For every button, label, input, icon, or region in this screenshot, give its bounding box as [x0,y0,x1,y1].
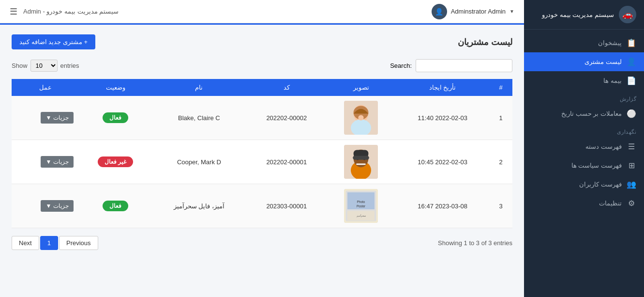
pagination-row: Next 1 Previous Showing 1 to 3 of 3 entr… [12,236,512,250]
cell-code: 202202-00002 [247,96,327,140]
cell-avatar: Photo Poster سحرآمیز [327,184,396,228]
svg-text:Photo: Photo [357,200,365,203]
sidebar-item-label: بیمه ها [603,77,622,84]
cell-num: 3 [489,184,512,228]
cell-name: آمیز، فایل سحرآمیز [151,184,247,228]
sidebar-item-label: معاملات بر حسب تاریخ [561,110,622,117]
section-label-maintenance: نگهداری [524,123,644,137]
cell-name: Blake, Claire C [151,96,247,140]
cell-date: 2022-02-03 11:40 [396,96,489,140]
cell-action[interactable]: جزیات ▼ [12,184,79,228]
sidebar-item-policy-list[interactable]: ⊞ فهرست سیاست ها [524,156,644,175]
avatar [344,101,378,135]
cell-code: 202202-00001 [247,140,327,184]
sidebar-item-label: فهرست کاربران [579,181,622,188]
svg-rect-10 [357,164,366,165]
cell-date: 2023-03-08 16:47 [396,184,489,228]
sidebar-item-label: تنظیمات [599,200,622,207]
cell-name: Cooper, Mark D [151,140,247,184]
sidebar-header: 🚗 سیستم مدیریت بیمه خودرو [524,0,644,30]
sidebar-item-transactions[interactable]: ⚪ معاملات بر حسب تاریخ [524,104,644,123]
user-menu[interactable]: 👤 Adminstrator Admin ▼ [432,4,514,19]
details-button[interactable]: جزیات ▼ [41,112,74,124]
hamburger-icon[interactable]: ☰ [10,6,17,17]
sidebar-item-user-list[interactable]: 👥 فهرست کاربران [524,175,644,194]
col-header-code: کد [247,79,327,96]
dropdown-icon: ▼ [45,203,51,209]
sidebar-item-insurance[interactable]: 📄 بیمه ها [524,71,644,90]
customers-table: # تأریخ ایجاد تصویر کد نام وضعیت عمل 1 2… [12,79,512,228]
settings-icon: ⚙ [627,199,636,208]
sidebar-nav: 📋 پیشخوان 👤 لیست مشتری 📄 بیمه ها گزارش ⚪… [524,30,644,297]
svg-rect-12 [353,156,370,159]
cell-avatar [327,140,396,184]
search-label: Search: [390,62,412,69]
add-customer-button[interactable]: + مشتری جدید اضافه کنید [12,34,95,49]
sidebar-title: سیستم مدیریت بیمه خودرو [542,11,614,18]
search-box: Search: [390,59,512,72]
sidebar-item-label: پیشخوان [598,39,622,47]
table-row: 3 2023-03-08 16:47 Photo Poster سحرآمیز … [12,184,512,228]
showing-info: Showing 1 to 3 of 3 entries [438,239,512,247]
page-1-button[interactable]: 1 [40,236,58,250]
sidebar-item-label: لیست مشتری [584,58,622,65]
sidebar-item-category-list[interactable]: ☰ فهرست دسته [524,137,644,156]
details-button[interactable]: جزیات ▼ [41,156,74,168]
details-button[interactable]: جزیات ▼ [41,200,74,212]
col-header-action: عمل [12,79,79,96]
section-label-report: گزارش [524,90,644,104]
sidebar-item-settings[interactable]: ⚙ تنظیمات [524,194,644,213]
cell-num: 2 [489,140,512,184]
entries-label: entries [60,62,79,69]
main-content: ☰ Admin - سیستم مدیریت بیمه خودرو 👤 Admi… [0,0,524,297]
policy-list-icon: ⊞ [627,161,636,170]
user-list-icon: 👥 [627,180,636,189]
page-body: لیست مشتریان + مشتری جدید اضافه کنید Sho… [0,25,524,297]
cell-status: فعال [79,96,151,140]
sidebar: 🚗 سیستم مدیریت بیمه خودرو 📋 پیشخوان 👤 لی… [524,0,644,297]
table-header-row: # تأریخ ایجاد تصویر کد نام وضعیت عمل [12,79,512,96]
col-header-num: # [489,79,512,96]
page-title: لیست مشتریان [458,37,512,47]
cell-code: 202303-00001 [247,184,327,228]
customers-icon: 👤 [627,57,636,66]
entries-select[interactable]: 10 25 50 100 [30,60,58,72]
pagination: Next 1 Previous [12,236,98,250]
svg-point-4 [359,115,364,120]
table-row: 1 2022-02-03 11:40 202202-00002 Blake, C… [12,96,512,140]
show-label: Show [12,62,28,69]
col-header-date: تأریخ ایجاد [396,79,489,96]
page-header: لیست مشتریان + مشتری جدید اضافه کنید [12,34,512,49]
avatar: 👤 [432,4,447,19]
col-header-status: وضعیت [79,79,151,96]
sidebar-item-label: فهرست دسته [585,143,622,150]
next-button[interactable]: Next [12,236,39,250]
topbar-left: ☰ Admin - سیستم مدیریت بیمه خودرو [10,6,119,17]
category-list-icon: ☰ [627,142,636,151]
cell-date: 2022-02-03 10:45 [396,140,489,184]
previous-button[interactable]: Previous [59,236,98,250]
svg-text:Poster: Poster [357,204,365,208]
table-controls: Show 10 25 50 100 entries Search: [12,59,512,72]
status-badge: فعال [103,112,128,123]
sidebar-logo-icon: 🚗 [619,6,636,23]
cell-avatar [327,96,396,140]
sidebar-item-dashboard[interactable]: 📋 پیشخوان [524,33,644,52]
sidebar-item-customers[interactable]: 👤 لیست مشتری [524,52,644,71]
cell-action[interactable]: جزیات ▼ [12,140,79,184]
insurance-icon: 📄 [627,76,636,85]
avatar [344,145,378,179]
topbar: ☰ Admin - سیستم مدیریت بیمه خودرو 👤 Admi… [0,0,524,23]
col-header-avatar: تصویر [327,79,396,96]
breadcrumb: Admin - سیستم مدیریت بیمه خودرو [23,8,119,15]
svg-text:سحرآمیز: سحرآمیز [356,214,366,218]
show-entries: Show 10 25 50 100 entries [12,60,79,72]
caret-down-icon: ▼ [509,9,514,14]
transactions-icon: ⚪ [627,109,636,118]
status-badge: فعال [103,201,128,211]
cell-num: 1 [489,96,512,140]
cell-status: غیر فعال [79,140,151,184]
dropdown-icon: ▼ [45,114,51,121]
search-input[interactable] [416,59,512,72]
cell-action[interactable]: جزیات ▼ [12,96,79,140]
